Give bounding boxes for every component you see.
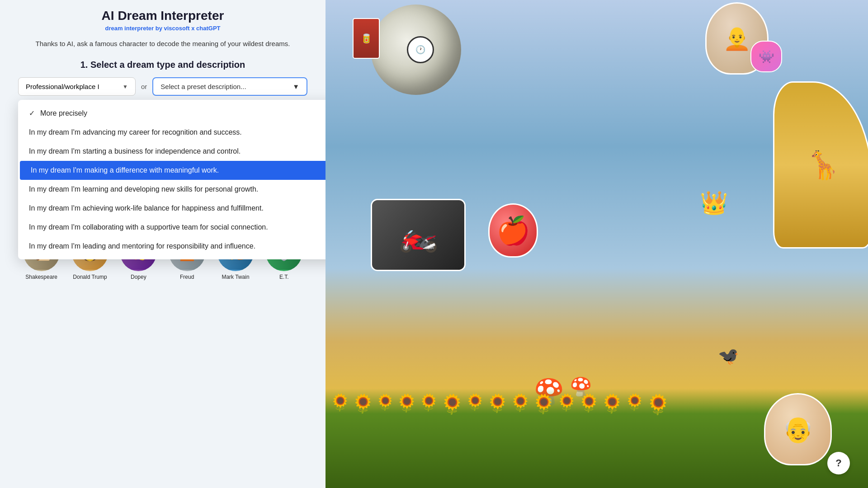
police-motorcycle: 🏍️ <box>371 199 466 271</box>
interpreter-label-dopey: Dopey <box>131 274 146 281</box>
apple-element: 🍎 <box>488 203 538 258</box>
dream-option-balance[interactable]: In my dream I'm achieving work-life bala… <box>18 199 326 218</box>
preset-description-dropdown[interactable]: Select a preset description... ▼ <box>152 77 307 96</box>
chevron-down-icon-2: ▼ <box>292 83 299 90</box>
dream-option-business[interactable]: In my dream I'm starting a business for … <box>18 142 326 161</box>
dream-option-advancing[interactable]: In my dream I'm advancing my career for … <box>18 123 326 142</box>
clock-element: 🕐 <box>407 36 434 63</box>
celeb-head-br: 👴 <box>764 393 832 465</box>
dream-option-leading[interactable]: In my dream I'm leading and mentoring fo… <box>18 237 326 256</box>
dream-option-difference[interactable]: In my dream I'm making a difference with… <box>20 161 326 180</box>
interpreter-label-shakespeare: Shakespeare <box>25 274 57 281</box>
dream-type-dropdown[interactable]: Professional/workplace I ▼ <box>18 77 136 96</box>
interpreter-label-trump: Donald Trump <box>73 274 107 281</box>
cartoon-monster: 👾 <box>750 41 782 72</box>
dream-option-learning[interactable]: In my dream I'm learning and developing … <box>18 180 326 199</box>
tagline: Thanks to AI, ask a famous character to … <box>18 39 307 49</box>
interpreter-label-twain: Mark Twain <box>222 274 249 281</box>
right-panel: 🕐 🧑‍🦲 👾 🦒 🏍️ 🍎 👑 🍄 🍄 🌻🌻🌻🌻🌻🌻🌻🌻🌻🌻🌻🌻🌻🌻🌻 <box>326 0 868 488</box>
giraffe-element: 🦒 <box>773 81 868 249</box>
app-title: AI Dream Interpreter <box>18 9 307 23</box>
app-subtitle: dream interpreter by viscosoft x chatGPT <box>18 25 307 32</box>
crown-element: 👑 <box>700 190 728 216</box>
can-element: 🥫 <box>353 18 380 59</box>
help-button[interactable]: ? <box>827 452 850 474</box>
crow-element: 🐦‍⬛ <box>718 346 739 366</box>
chevron-down-icon: ▼ <box>123 84 128 90</box>
dropdown-row: Professional/workplace I ▼ or Select a p… <box>18 77 307 96</box>
left-panel: AI Dream Interpreter dream interpreter b… <box>0 0 326 488</box>
interpreter-label-freud: Freud <box>180 274 194 281</box>
dream-option-collaborating[interactable]: In my dream I'm collaborating with a sup… <box>18 218 326 237</box>
section1-title: 1. Select a dream type and description <box>18 60 307 70</box>
interpreter-label-et: E.T. <box>279 274 289 281</box>
dream-options-menu: More preciselyIn my dream I'm advancing … <box>18 100 326 259</box>
or-label: or <box>141 77 147 96</box>
dream-option-more-precisely[interactable]: More precisely <box>18 103 326 123</box>
